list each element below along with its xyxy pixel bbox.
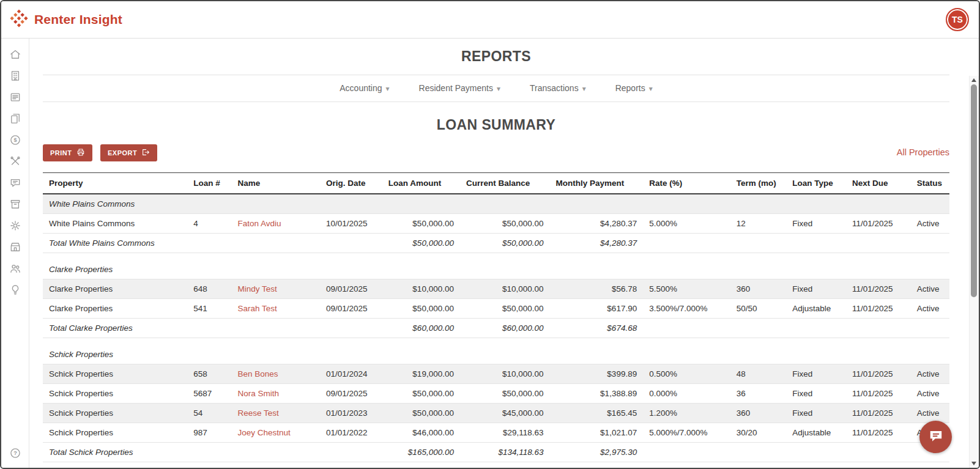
home-icon: [9, 52, 21, 62]
cell-loan_type: Fixed: [786, 384, 846, 404]
resident-name-link[interactable]: Ben Bones: [237, 369, 278, 379]
gear-icon: [9, 223, 21, 234]
cell-next_due: 11/01/2025: [846, 214, 911, 234]
column-header-rate: Rate (%): [643, 173, 730, 194]
loan-row: Clarke Properties541Sarah Test09/01/2025…: [43, 299, 949, 319]
column-header-term: Term (mo): [730, 173, 787, 194]
cell-property: Schick Properties: [43, 423, 187, 443]
cell-rate: 0.000%: [643, 384, 730, 404]
total-monthly_payment: $4,280.37: [550, 234, 644, 253]
cell-rate: 5.000%: [643, 214, 730, 234]
cell-loan_no: 648: [187, 279, 231, 299]
all-properties-link[interactable]: All Properties: [897, 147, 949, 157]
sidebar-item-archive[interactable]: [9, 198, 21, 210]
cell-rate: 5.500%: [643, 279, 730, 299]
brand-name: Renter Insight: [34, 12, 122, 27]
cell-term: 12: [730, 214, 787, 234]
help-icon: ?: [9, 451, 21, 461]
cell-property: Schick Properties: [43, 384, 187, 404]
dollar-icon: $: [9, 138, 21, 148]
cell-status: Active: [911, 299, 949, 319]
sidebar-item-settings[interactable]: [9, 220, 21, 232]
resident-name-link[interactable]: Faton Avdiu: [237, 219, 281, 228]
column-header-loan_no: Loan #: [187, 173, 231, 194]
store-icon: [9, 245, 21, 255]
cell-loan_amount: $50,000.00: [382, 214, 460, 234]
total-label: Total Clarke Properties: [43, 319, 382, 338]
cell-orig_date: 09/01/2025: [320, 384, 382, 404]
resident-name-link[interactable]: Sarah Test: [237, 304, 277, 313]
vertical-scrollbar[interactable]: [969, 76, 979, 468]
sidebar-item-home[interactable]: [9, 48, 21, 61]
cell-current_balance: $50,000.00: [460, 299, 550, 319]
menu-transactions[interactable]: Transactions: [530, 83, 586, 93]
scroll-down-arrow-icon[interactable]: [971, 462, 976, 465]
menu-accounting[interactable]: Accounting: [340, 83, 389, 93]
sidebar-item-ideas[interactable]: [9, 284, 21, 296]
export-button[interactable]: EXPORT: [100, 144, 157, 161]
total-loan_amount: $60,000.00: [382, 319, 460, 338]
cell-orig_date: 09/01/2025: [320, 299, 382, 319]
cell-status: Active: [911, 384, 949, 404]
cell-loan_type: Adjustable: [786, 299, 846, 319]
loan-summary-table: PropertyLoan #NameOrig. DateLoan AmountC…: [43, 172, 949, 468]
page-title: REPORTS: [43, 48, 949, 65]
chevron-down-icon: [582, 83, 586, 93]
sidebar-item-help[interactable]: ?: [9, 447, 21, 459]
spacer-row: [43, 338, 949, 345]
column-header-loan_amount: Loan Amount: [382, 173, 460, 194]
sidebar-item-team[interactable]: [9, 262, 21, 275]
scroll-up-arrow-icon[interactable]: [971, 78, 976, 82]
sidebar-item-payments[interactable]: $: [9, 134, 21, 146]
sidebar-item-marketplace[interactable]: [9, 241, 21, 253]
report-toolbar: PRINT EXPORT All Properties: [43, 144, 949, 163]
chat-button[interactable]: [919, 421, 952, 453]
cell-name: Sarah Test: [231, 299, 320, 319]
spacer-row: [43, 462, 949, 468]
resident-name-link[interactable]: Mindy Test: [237, 284, 277, 294]
main-content: REPORTS AccountingResident PaymentsTrans…: [29, 39, 979, 468]
cell-current_balance: $50,000.00: [460, 214, 550, 234]
sidebar-item-messages[interactable]: [9, 177, 21, 189]
menu-resident-payments[interactable]: Resident Payments: [419, 83, 500, 93]
print-button[interactable]: PRINT: [43, 144, 92, 161]
sidebar-item-maintenance[interactable]: [9, 155, 21, 168]
column-header-monthly_payment: Monthly Payment: [550, 173, 644, 194]
scrollbar-thumb[interactable]: [971, 84, 977, 297]
group-total-row: Total Clarke Properties$60,000.00$60,000…: [43, 319, 949, 338]
sidebar-item-documents[interactable]: [9, 113, 21, 125]
menu-reports[interactable]: Reports: [615, 83, 653, 93]
column-header-orig_date: Orig. Date: [320, 173, 382, 194]
cell-rate: 0.500%: [643, 364, 730, 384]
cell-next_due: 11/01/2025: [846, 384, 911, 404]
avatar[interactable]: TS: [946, 8, 969, 31]
total-current_balance: $134,118.63: [460, 443, 550, 462]
total-current_balance: $50,000.00: [460, 234, 550, 253]
cell-name: Reese Test: [231, 404, 320, 423]
cell-next_due: 11/01/2025: [846, 279, 911, 299]
sidebar-item-properties[interactable]: [9, 70, 21, 82]
cell-term: 360: [730, 279, 787, 299]
cell-loan_type: Fixed: [786, 364, 846, 384]
group-total-row: Total Schick Properties$165,000.00$134,1…: [43, 443, 949, 462]
cell-term: 48: [730, 364, 787, 384]
sidebar: $ ?: [1, 39, 29, 468]
chevron-down-icon: [386, 83, 390, 93]
loan-row: Schick Properties54Reese Test01/01/2023$…: [43, 404, 949, 423]
building-icon: [9, 73, 21, 84]
resident-name-link[interactable]: Joey Chestnut: [237, 428, 290, 437]
cell-name: Ben Bones: [231, 364, 320, 384]
chat-icon: [9, 180, 21, 191]
app-window: Renter Insight TS $ ? REPORTS Accounting…: [0, 0, 980, 469]
resident-name-link[interactable]: Nora Smith: [237, 389, 279, 398]
sidebar-item-listings[interactable]: [9, 91, 21, 103]
cell-status: Active: [911, 214, 949, 234]
chevron-down-icon: [649, 83, 653, 93]
resident-name-link[interactable]: Reese Test: [237, 408, 278, 418]
cell-property: Schick Properties: [43, 404, 187, 423]
brand-logo[interactable]: Renter Insight: [9, 8, 122, 31]
cell-current_balance: $29,118.63: [460, 423, 550, 443]
total-filler: [643, 234, 949, 253]
spacer-row: [43, 253, 949, 260]
loan-row: Schick Properties5687Nora Smith09/01/202…: [43, 384, 949, 404]
